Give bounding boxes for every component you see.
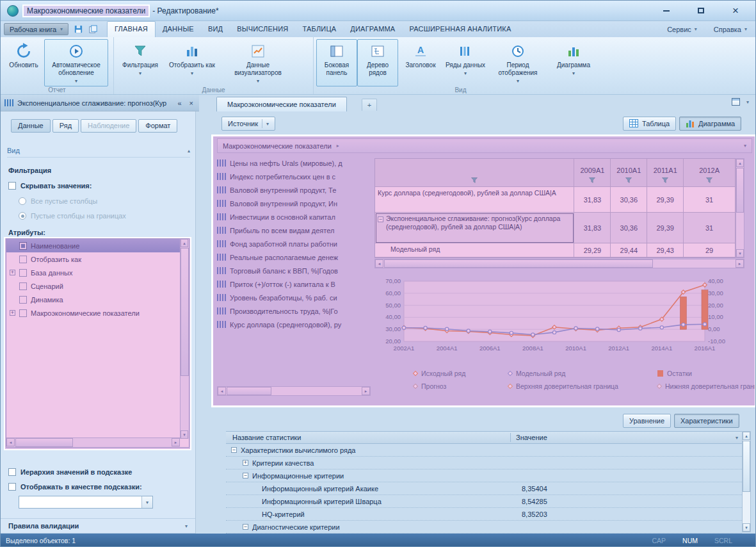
value-cell[interactable]: 29,39 xyxy=(647,213,684,243)
dropdown-arrow-icon[interactable]: ▾ xyxy=(744,143,746,149)
scroll-up-button[interactable]: ▴ xyxy=(736,159,744,167)
series-list-item[interactable]: Прибыль по всем видам деятел xyxy=(217,224,371,237)
scroll-left-button[interactable]: ◂ xyxy=(6,438,15,446)
equation-button[interactable]: Уравнение xyxy=(623,414,671,428)
value-cell[interactable]: 29,43 xyxy=(647,243,684,257)
attribute-item[interactable]: Сценарий xyxy=(6,279,189,293)
attributes-hscrollbar[interactable]: ◂ ▸ xyxy=(6,437,180,447)
series-list-item[interactable]: Курс доллара (среднегодовой), ру xyxy=(217,318,371,331)
visualizer-data-button[interactable]: Данные визуализаторов ▾ xyxy=(220,39,296,86)
attribute-checkbox[interactable] xyxy=(19,242,27,250)
scrollbar-track[interactable] xyxy=(383,259,736,268)
attribute-checkbox[interactable] xyxy=(19,282,27,290)
attribute-item[interactable]: +Макроэкономические показатели xyxy=(6,306,189,320)
series-list-item[interactable]: Производительность труда, %|Го xyxy=(217,304,371,318)
stats-vscrollbar[interactable]: ▴ ▾ xyxy=(742,431,751,532)
stats-row[interactable]: Информационный критерий Шварца8,54285 xyxy=(226,495,742,508)
chart-ribbon-button[interactable]: Диаграмма ▾ xyxy=(548,39,599,86)
scrollbar-track[interactable] xyxy=(743,440,750,523)
pivot-corner-header[interactable] xyxy=(375,159,574,187)
series-list-item[interactable]: Валовой внутренний продукт, Ин xyxy=(217,197,371,210)
pivot-column-header[interactable]: 2010A1 xyxy=(611,159,647,187)
close-panel-button[interactable]: × xyxy=(188,99,195,107)
workbook-header[interactable]: Макроэкономические показатели ▸ ▾ xyxy=(217,138,752,153)
filter-funnel-icon[interactable] xyxy=(625,177,632,184)
combo-dropdown-button[interactable]: ▾ xyxy=(141,496,152,508)
value-cell[interactable]: 31 xyxy=(684,187,736,213)
scrollbar-track[interactable] xyxy=(181,247,189,430)
display-period-button[interactable]: Период отображения ▾ xyxy=(488,39,548,86)
scrollbar-thumb[interactable] xyxy=(15,438,73,447)
filter-funnel-icon[interactable] xyxy=(706,177,712,184)
scrollbar-thumb[interactable] xyxy=(743,441,750,492)
attributes-vscrollbar[interactable]: ▴ ▾ xyxy=(180,239,189,439)
dropdown-arrow-icon[interactable]: ▾ xyxy=(736,435,742,441)
layout-icon[interactable] xyxy=(732,98,740,106)
maximize-button[interactable] xyxy=(691,4,711,18)
dropdown-arrow-icon[interactable]: ▾ xyxy=(746,99,749,105)
tree-expander-icon[interactable]: + xyxy=(243,460,248,466)
value-cell[interactable]: 29,39 xyxy=(647,187,684,213)
help-menu[interactable]: Справка▾ xyxy=(705,26,755,33)
stats-row[interactable]: HQ-критерий8,35203 xyxy=(226,508,742,521)
pivot-column-header[interactable]: 2009A1 xyxy=(574,159,611,187)
attribute-checkbox[interactable] xyxy=(19,309,27,317)
series-list-item[interactable]: Приток (+)/отток (-) капитала к В xyxy=(217,277,371,291)
workbook-menu-button[interactable]: Рабочая книга ▾ xyxy=(4,23,68,35)
tree-expander-icon[interactable]: − xyxy=(231,447,237,453)
attribute-item[interactable]: Наименование xyxy=(6,239,189,252)
tab-data[interactable]: Данные xyxy=(11,119,51,133)
tab-vid[interactable]: ВИД xyxy=(201,21,230,37)
attribute-checkbox[interactable] xyxy=(19,269,27,277)
minimize-button[interactable] xyxy=(657,4,676,18)
value-cell[interactable]: 31 xyxy=(684,213,736,243)
row-label-cell[interactable]: Модельный ряд xyxy=(375,243,574,257)
series-list-item[interactable]: Уровень безработицы, % раб. си xyxy=(217,291,371,304)
scroll-left-button[interactable]: ◂ xyxy=(218,387,226,395)
service-menu[interactable]: Сервис▾ xyxy=(659,26,705,33)
stats-row[interactable]: −Характеристики вычислимого ряда xyxy=(226,444,742,457)
series-list-item[interactable]: Валовой внутренний продукт, Те xyxy=(217,183,371,197)
row-label-cell[interactable]: Курс доллара (среднегодовой), рублей за … xyxy=(375,187,574,213)
scrollbar-track[interactable] xyxy=(15,438,172,447)
filter-funnel-icon[interactable] xyxy=(471,177,478,184)
tab-format[interactable]: Формат xyxy=(138,119,177,133)
side-panel-button[interactable]: Боковая панель xyxy=(316,39,357,86)
value-cell[interactable]: 30,36 xyxy=(611,213,647,243)
scroll-down-button[interactable]: ▾ xyxy=(743,523,750,532)
view-section-header[interactable]: Вид ▴ xyxy=(7,147,190,158)
value-cell[interactable]: 31,83 xyxy=(574,213,611,243)
row-label-cell[interactable]: −Экспоненциальное сглаживание: прогноз(К… xyxy=(375,213,574,243)
tab-vychisleniya[interactable]: ВЫЧИСЛЕНИЯ xyxy=(230,21,295,37)
close-button[interactable]: × xyxy=(726,4,745,18)
hierarchy-tooltip-row[interactable]: Иерархия значений в подсказке xyxy=(8,468,132,476)
scroll-right-button[interactable]: ▸ xyxy=(172,438,180,446)
attribute-item[interactable]: Отобразить как xyxy=(6,252,189,266)
scroll-down-button[interactable]: ▾ xyxy=(181,430,188,439)
value-cell[interactable]: 30,36 xyxy=(611,187,647,213)
collapse-up-icon[interactable]: ▴ xyxy=(188,148,190,154)
value-cell[interactable]: 29,29 xyxy=(574,243,611,257)
tree-expander-icon[interactable]: − xyxy=(243,473,248,478)
attribute-item[interactable]: +База данных xyxy=(6,266,189,279)
stats-row[interactable]: −Информационные критерии xyxy=(226,469,742,482)
collapse-panel-button[interactable]: « xyxy=(175,99,183,107)
filter-button[interactable]: Фильтрация ▾ xyxy=(117,39,164,86)
hierarchy-tooltip-checkbox[interactable] xyxy=(8,468,16,476)
tab-tablitsa[interactable]: ТАБЛИЦА xyxy=(295,21,343,37)
new-tab-button[interactable]: + xyxy=(362,99,377,111)
attribute-item[interactable]: Динамика xyxy=(6,293,189,306)
scrollbar-thumb[interactable] xyxy=(181,248,189,376)
attribute-checkbox[interactable] xyxy=(19,256,27,263)
save-button[interactable] xyxy=(73,24,83,35)
scroll-up-button[interactable]: ▴ xyxy=(743,432,750,440)
tree-expander-icon[interactable]: + xyxy=(10,310,15,316)
scroll-left-button[interactable]: ◂ xyxy=(375,259,383,268)
hide-values-checkbox[interactable] xyxy=(8,182,16,190)
chart-view-button[interactable]: Диаграмма xyxy=(679,117,741,131)
display-as-button[interactable]: Отобразить как ▾ xyxy=(164,39,220,86)
series-list-item[interactable]: Торговый баланс к ВВП, %|Годов xyxy=(217,264,371,277)
header-title-button[interactable]: A Заголовок xyxy=(398,39,443,86)
refresh-button[interactable]: Обновить xyxy=(3,39,44,86)
scrollbar-thumb[interactable] xyxy=(227,387,271,395)
